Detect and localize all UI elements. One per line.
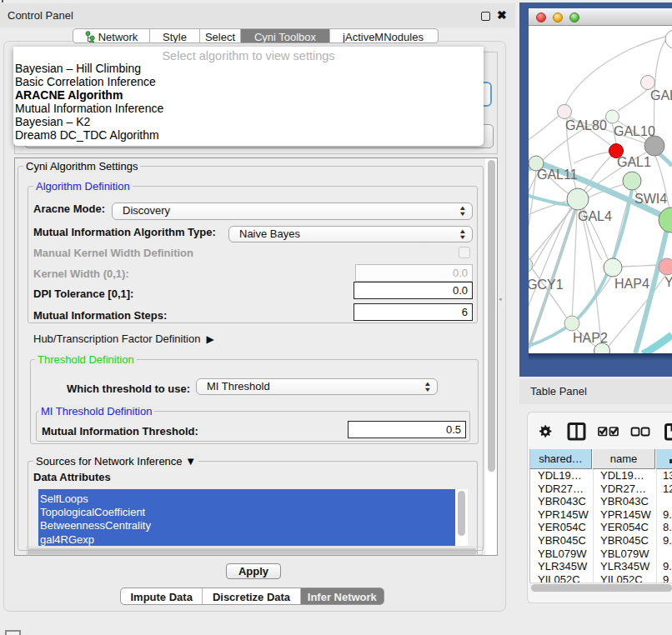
svg-text:GAL80: GAL80 [565, 118, 607, 132]
svg-text:SWI4: SWI4 [634, 192, 667, 206]
svg-text:HAP4: HAP4 [614, 277, 649, 291]
svg-text:GAL4: GAL4 [578, 209, 612, 223]
svg-text:GAL11: GAL11 [537, 168, 578, 182]
svg-text:Y: Y [664, 275, 672, 289]
svg-text:GAL: GAL [650, 88, 672, 102]
svg-text:HAP2: HAP2 [573, 331, 608, 345]
svg-text:GCY1: GCY1 [529, 278, 564, 292]
svg-text:GAL10: GAL10 [614, 124, 655, 138]
svg-text:GAL1: GAL1 [617, 155, 651, 169]
